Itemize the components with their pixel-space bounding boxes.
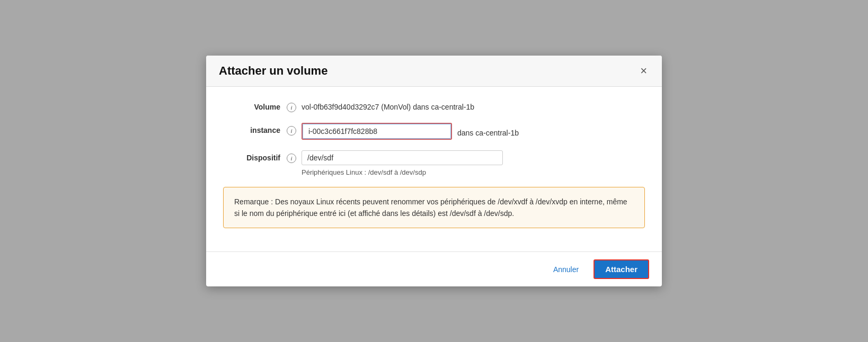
notice-box: Remarque : Des noyaux Linux récents peuv… <box>223 187 645 229</box>
attach-button[interactable]: Attacher <box>594 259 649 279</box>
instance-input-row: dans ca-central-1b <box>302 123 645 140</box>
volume-value: vol-0fb63f9d40d3292c7 (MonVol) dans ca-c… <box>302 100 645 111</box>
modal-body: Volume i vol-0fb63f9d40d3292c7 (MonVol) … <box>206 87 662 252</box>
instance-input-wrapper <box>302 123 452 140</box>
device-info-icon[interactable]: i <box>287 154 296 163</box>
cancel-button[interactable]: Annuler <box>547 262 585 277</box>
volume-info-icon[interactable]: i <box>287 103 296 112</box>
volume-label: Volume <box>223 100 287 111</box>
instance-label: instance <box>223 123 287 134</box>
instance-input[interactable] <box>303 124 451 139</box>
close-button[interactable]: × <box>638 65 649 77</box>
modal-title: Attacher un volume <box>219 64 327 78</box>
modal-header: Attacher un volume × <box>206 56 662 87</box>
device-hint: Périphériques Linux : /dev/sdf à /dev/sd… <box>302 168 645 176</box>
instance-content: dans ca-central-1b <box>302 123 645 140</box>
device-input[interactable] <box>302 150 503 165</box>
instance-location: dans ca-central-1b <box>457 125 519 137</box>
modal-overlay: Attacher un volume × Volume i vol-0fb63f… <box>0 0 868 342</box>
notice-text: Remarque : Des noyaux Linux récents peuv… <box>234 196 634 220</box>
modal-footer: Annuler Attacher <box>206 251 662 286</box>
device-content: Périphériques Linux : /dev/sdf à /dev/sd… <box>302 150 645 176</box>
volume-content: vol-0fb63f9d40d3292c7 (MonVol) dans ca-c… <box>302 100 645 111</box>
device-label: Dispositif <box>223 150 287 162</box>
volume-row: Volume i vol-0fb63f9d40d3292c7 (MonVol) … <box>223 100 645 112</box>
instance-row: instance i dans ca-central-1b <box>223 123 645 140</box>
device-row: Dispositif i Périphériques Linux : /dev/… <box>223 150 645 176</box>
modal-dialog: Attacher un volume × Volume i vol-0fb63f… <box>206 56 662 287</box>
instance-info-icon[interactable]: i <box>287 126 296 136</box>
